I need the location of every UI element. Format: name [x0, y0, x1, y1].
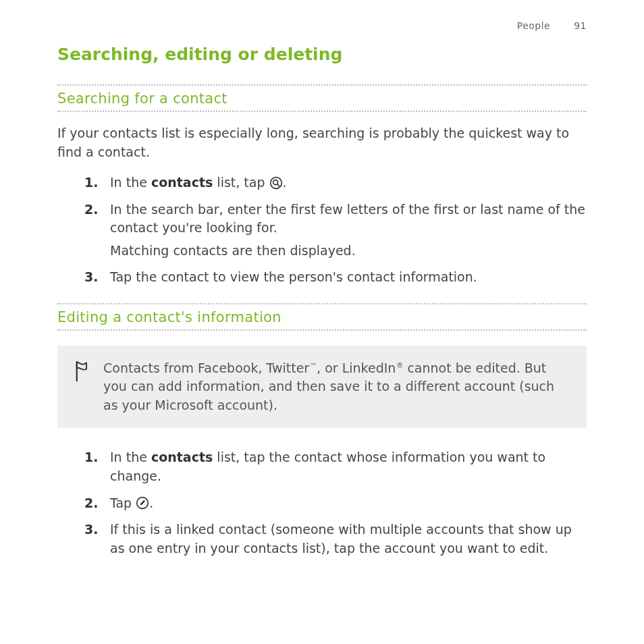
note-part: Contacts from Facebook, Twitter: [103, 360, 309, 375]
step-text: In the: [110, 450, 151, 464]
section1-step-3: Tap the contact to view the person's con…: [84, 268, 587, 287]
registered-symbol: ®: [396, 362, 403, 369]
page-title: Searching, editing or deleting: [57, 45, 587, 64]
manual-page: People 91 Searching, editing or deleting…: [0, 0, 644, 601]
search-icon: [269, 176, 283, 190]
step-bold: contacts: [151, 450, 213, 464]
section2-steps: In the contacts list, tap the contact wh…: [57, 448, 587, 558]
header-section-name: People: [517, 20, 551, 31]
section1-heading-container: Searching for a contact: [57, 84, 587, 112]
section2-step-1: In the contacts list, tap the contact wh…: [84, 448, 587, 485]
section1-step-1: In the contacts list, tap .: [84, 173, 587, 192]
svg-point-0: [270, 177, 281, 188]
section2-heading: Editing a contact's information: [57, 304, 587, 329]
step-text: In the search bar, enter the first few l…: [110, 200, 587, 238]
step-text: Matching contacts are then displayed.: [110, 242, 587, 261]
step-text: list, tap: [213, 175, 269, 190]
step-bold: contacts: [151, 175, 213, 190]
section1-steps: In the contacts list, tap . In the searc…: [57, 173, 587, 287]
svg-line-2: [277, 184, 279, 186]
note-text: Contacts from Facebook, Twitter™, or Lin…: [103, 359, 570, 415]
note-box: Contacts from Facebook, Twitter™, or Lin…: [57, 346, 587, 429]
step-text: If this is a linked contact (someone wit…: [110, 522, 572, 556]
step-text: In the: [110, 175, 151, 190]
page-header-meta: People 91: [57, 20, 587, 31]
flag-icon: [74, 359, 90, 385]
step-text: .: [283, 175, 287, 190]
section2-heading-container: Editing a contact's information: [57, 303, 587, 331]
trademark-symbol: ™: [310, 362, 317, 369]
section1-step-2: In the search bar, enter the first few l…: [84, 200, 587, 261]
section1-intro: If your contacts list is especially long…: [57, 124, 587, 161]
step-text: .: [149, 495, 153, 510]
edit-icon: [136, 496, 149, 510]
step-text: Tap the contact to view the person's con…: [110, 269, 477, 284]
note-part: , or LinkedIn: [317, 360, 396, 375]
header-page-number: 91: [574, 20, 587, 31]
section2-step-3: If this is a linked contact (someone wit…: [84, 520, 587, 558]
step-text: Tap: [110, 495, 136, 510]
section1-heading: Searching for a contact: [57, 86, 587, 111]
section2-step-2: Tap .: [84, 494, 587, 513]
